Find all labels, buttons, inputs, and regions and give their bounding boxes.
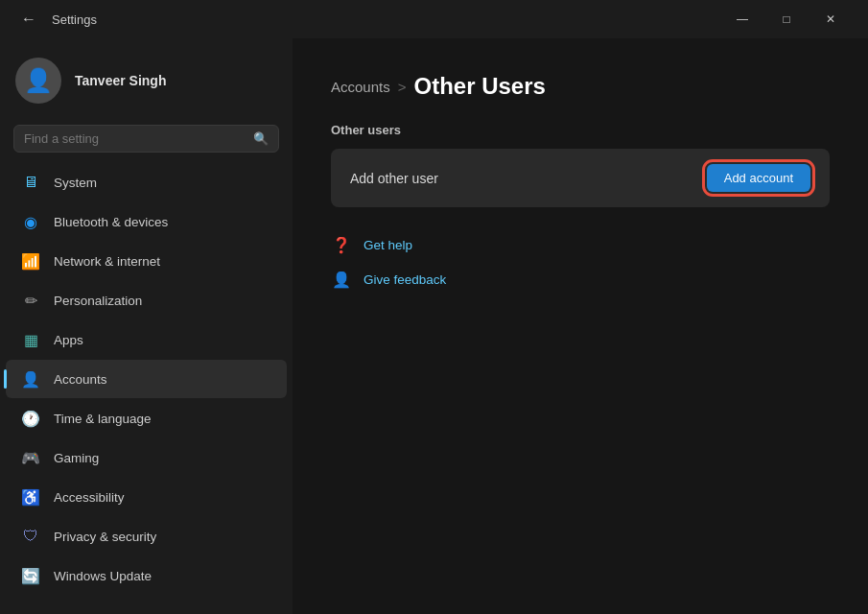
minimize-button[interactable]: — <box>720 4 764 35</box>
give-feedback-label: Give feedback <box>364 272 446 287</box>
sidebar: 👤 Tanveer Singh 🔍 🖥 System ◉ Bluetooth &… <box>0 38 293 614</box>
sidebar-item-label: Accounts <box>54 372 107 387</box>
help-links: ❓ Get help 👤 Give feedback <box>331 234 830 290</box>
maximize-button[interactable]: □ <box>764 4 809 35</box>
sidebar-item-update[interactable]: 🔄 Windows Update <box>6 556 287 595</box>
sidebar-item-accounts[interactable]: 👤 Accounts <box>6 360 287 398</box>
sidebar-item-label: Windows Update <box>54 569 152 583</box>
accounts-icon: 👤 <box>21 369 40 389</box>
avatar: 👤 <box>15 58 61 104</box>
sidebar-item-accessibility[interactable]: ♿ Accessibility <box>6 478 287 516</box>
network-icon: 📶 <box>21 251 40 271</box>
search-box[interactable]: 🔍 <box>13 125 279 153</box>
sidebar-item-label: Bluetooth & devices <box>54 215 168 229</box>
system-icon: 🖥 <box>21 173 40 192</box>
user-name: Tanveer Singh <box>75 73 166 88</box>
sidebar-item-bluetooth[interactable]: ◉ Bluetooth & devices <box>6 202 287 241</box>
close-button[interactable]: ✕ <box>809 4 853 35</box>
time-icon: 🕐 <box>21 409 40 428</box>
breadcrumb-separator: > <box>398 79 407 95</box>
give-feedback-link[interactable]: 👤 Give feedback <box>331 269 830 290</box>
give-feedback-icon: 👤 <box>331 269 352 290</box>
get-help-icon: ❓ <box>331 234 352 255</box>
titlebar-left: ← Settings <box>15 6 97 33</box>
sidebar-item-label: Accessibility <box>54 490 125 505</box>
content-area: 👤 Tanveer Singh 🔍 🖥 System ◉ Bluetooth &… <box>0 38 868 614</box>
sidebar-item-privacy[interactable]: 🛡 Privacy & security <box>6 517 287 555</box>
sidebar-item-label: Personalization <box>54 294 142 308</box>
add-account-button[interactable]: Add account <box>707 164 810 192</box>
main-content: Accounts > Other Users Other users Add o… <box>293 38 868 614</box>
breadcrumb: Accounts > Other Users <box>331 73 830 100</box>
search-icon: 🔍 <box>253 131 269 146</box>
sidebar-item-personalization[interactable]: ✏ Personalization <box>6 281 287 319</box>
nav-items: 🖥 System ◉ Bluetooth & devices 📶 Network… <box>0 162 293 604</box>
user-profile[interactable]: 👤 Tanveer Singh <box>0 38 293 119</box>
titlebar-controls: — □ ✕ <box>720 4 853 35</box>
sidebar-item-system[interactable]: 🖥 System <box>6 163 287 201</box>
sidebar-item-label: System <box>54 176 97 190</box>
sidebar-item-label: Gaming <box>54 451 99 465</box>
titlebar-title: Settings <box>52 12 97 27</box>
breadcrumb-link[interactable]: Accounts <box>331 79 390 95</box>
sidebar-item-label: Time & language <box>54 412 152 426</box>
privacy-icon: 🛡 <box>21 527 40 546</box>
sidebar-item-label: Apps <box>54 333 83 347</box>
sidebar-item-network[interactable]: 📶 Network & internet <box>6 242 287 280</box>
back-button[interactable]: ← <box>15 6 42 33</box>
sidebar-item-gaming[interactable]: 🎮 Gaming <box>6 438 287 477</box>
gaming-icon: 🎮 <box>21 448 40 467</box>
apps-icon: ▦ <box>21 330 40 349</box>
personalization-icon: ✏ <box>21 291 40 310</box>
add-user-card: Add other user Add account <box>331 149 830 207</box>
search-input[interactable] <box>24 131 253 146</box>
sidebar-item-time[interactable]: 🕐 Time & language <box>6 399 287 437</box>
sidebar-item-label: Privacy & security <box>54 530 156 544</box>
settings-window: ← Settings — □ ✕ 👤 Tanveer Singh 🔍 <box>0 0 868 614</box>
sidebar-item-label: Network & internet <box>54 254 160 269</box>
accessibility-icon: ♿ <box>21 487 40 507</box>
add-user-label: Add other user <box>350 171 438 186</box>
bluetooth-icon: ◉ <box>21 212 40 231</box>
get-help-link[interactable]: ❓ Get help <box>331 234 830 255</box>
page-title: Other Users <box>413 73 545 100</box>
sidebar-item-apps[interactable]: ▦ Apps <box>6 320 287 359</box>
section-title: Other users <box>331 123 830 137</box>
titlebar: ← Settings — □ ✕ <box>0 0 868 38</box>
get-help-label: Get help <box>364 238 412 252</box>
avatar-icon: 👤 <box>24 67 53 94</box>
update-icon: 🔄 <box>21 566 40 585</box>
